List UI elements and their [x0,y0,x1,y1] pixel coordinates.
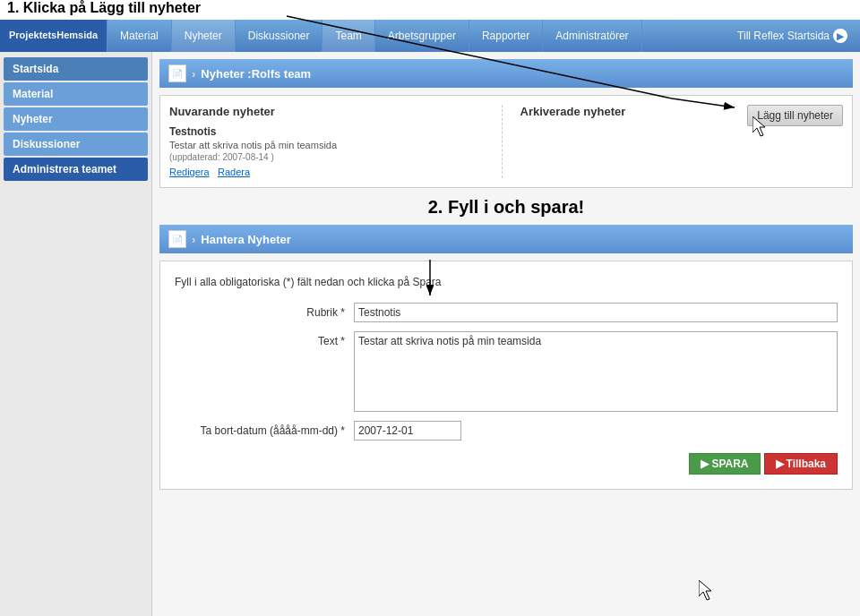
form-panel-title: Hantera Nyheter [201,233,290,246]
nav-item-team[interactable]: Team [322,20,374,52]
nav-item-administratorer[interactable]: Administratörer [543,20,641,52]
rubrik-input[interactable] [354,303,838,322]
tillbaka-label: Tillbaka [787,458,826,470]
date-input[interactable] [354,421,461,441]
news-links: Redigera Radera [169,166,493,178]
sidebar-item-administrera[interactable]: Administrera teamet [4,158,148,181]
spara-button[interactable]: ▶ SPARA [689,453,760,475]
sidebar-item-diskussioner[interactable]: Diskussioner [4,133,148,156]
news-panel-header: 📄 › Nyheter :Rolfs team [159,59,853,88]
text-textarea[interactable]: Testar att skriva notis på min teamsida [354,331,838,412]
sidebar-item-startsida[interactable]: Startsida [4,57,148,81]
spara-arrow-icon: ▶ [701,458,709,470]
rubrik-row: Rubrik * [175,303,838,322]
tillbaka-button[interactable]: ▶ Tillbaka [764,453,838,475]
nav-item-material[interactable]: Material [108,20,172,52]
tillbaka-arrow-icon: ▶ [776,458,784,470]
news-panel-container: 📄 › Nyheter :Rolfs team Lägg till nyhete… [159,59,853,188]
lagg-till-nyheter-button[interactable]: Lägg till nyheter [747,105,843,126]
date-row: Ta bort-datum (åååå-mm-dd) * [175,421,838,441]
doc-icon: 📄 [168,64,186,82]
nav-item-nyheter[interactable]: Nyheter [172,20,236,52]
form-buttons: ▶ SPARA ▶ Tillbaka [175,453,838,475]
news-item-date: (uppdaterad: 2007-08-14 ) [169,152,493,162]
form-panel: Fyll i alla obligatoriska (*) fält nedan… [159,261,853,490]
current-news-col: Nuvarande nyheter Testnotis Testar att s… [169,105,503,178]
main-content: Startsida Material Nyheter Diskussioner … [0,52,860,616]
content-panel: 📄 › Nyheter :Rolfs team Lägg till nyhete… [152,52,860,616]
nav-item-diskussioner[interactable]: Diskussioner [236,20,323,52]
nav-item-arbetsgrupper[interactable]: Arbetsgrupper [375,20,469,52]
nav-item-rapporter[interactable]: Rapporter [469,20,543,52]
current-news-header: Nuvarande nyheter [169,105,493,118]
sidebar: Startsida Material Nyheter Diskussioner … [0,52,152,616]
spara-label: SPARA [711,458,748,470]
step1-label: 1. Klicka på Lägg till nyheter [7,0,201,16]
news-item-body: Testar att skriva notis på min teamsida [169,140,493,150]
step2-label: 2. Fyll i och spara! [159,197,853,218]
form-panel-container: 📄 › Hantera Nyheter Fyll i alla obligato… [159,225,853,490]
form-panel-header: 📄 › Hantera Nyheter [159,225,853,253]
form-instruction: Fyll i alla obligatoriska (*) fält nedan… [175,276,838,288]
nav-home[interactable]: Projektets Hemsida [0,20,108,52]
form-doc-icon: 📄 [168,230,186,248]
news-panel-title: Nyheter :Rolfs team [201,67,311,81]
redigera-link[interactable]: Redigera [169,167,210,177]
radera-link[interactable]: Radera [218,167,250,177]
date-label: Ta bort-datum (åååå-mm-dd) * [175,421,354,437]
text-label: Text * [175,331,354,347]
rubrik-label: Rubrik * [175,303,354,319]
sidebar-item-material[interactable]: Material [4,82,148,106]
nav-right[interactable]: Till Reflex Startsida ▶ [725,20,860,52]
right-arrow-icon: ▶ [833,29,847,43]
news-item-title: Testnotis [169,125,493,138]
top-nav: Projektets Hemsida Material Nyheter Disk… [0,20,860,52]
text-row: Text * Testar att skriva notis på min te… [175,331,838,412]
news-section: Lägg till nyheter Nuvarande nyheter Test… [159,95,853,188]
sidebar-item-nyheter[interactable]: Nyheter [4,107,148,131]
